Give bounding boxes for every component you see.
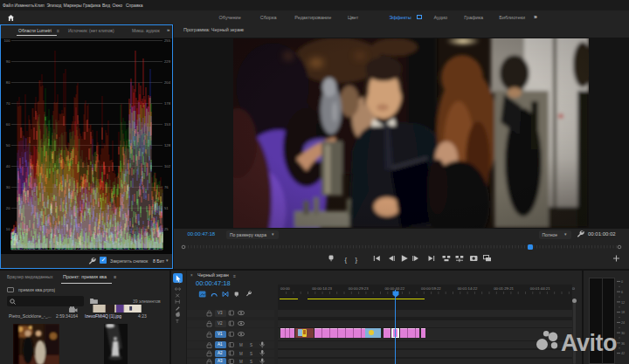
svg-text:M: M xyxy=(239,352,243,356)
svg-text:10: 10 xyxy=(6,227,10,231)
svg-text:76: 76 xyxy=(164,185,169,189)
svg-text:30: 30 xyxy=(6,185,10,189)
svg-text:50: 50 xyxy=(6,143,10,148)
svg-text:18: 18 xyxy=(621,311,625,314)
svg-text:T: T xyxy=(176,319,179,324)
svg-text:00:00: 00:00 xyxy=(280,286,290,291)
svg-text:40: 40 xyxy=(6,164,10,168)
svg-text:00:00:59:22: 00:00:59:22 xyxy=(421,286,441,291)
svg-text:128: 128 xyxy=(164,143,171,148)
svg-text:00:01:: 00:01: xyxy=(572,286,575,291)
svg-text:S: S xyxy=(250,343,252,347)
svg-text:25: 25 xyxy=(164,227,169,231)
svg-text:20: 20 xyxy=(6,206,10,210)
svg-text:00:00:29:23: 00:00:29:23 xyxy=(349,286,369,291)
svg-text:S: S xyxy=(250,360,252,364)
svg-text:80: 80 xyxy=(6,80,10,85)
svg-text:102: 102 xyxy=(164,164,171,168)
svg-text:178: 178 xyxy=(164,101,171,106)
svg-text:204: 204 xyxy=(164,80,171,85)
svg-text:51: 51 xyxy=(164,206,169,210)
svg-text:M: M xyxy=(239,343,243,347)
svg-text:153: 153 xyxy=(164,122,171,127)
svg-text:0: 0 xyxy=(621,280,623,284)
svg-text:6: 6 xyxy=(621,291,623,294)
svg-text:00:01:44:21: 00:01:44:21 xyxy=(530,286,550,291)
svg-text:00:01:14:22: 00:01:14:22 xyxy=(458,286,478,291)
svg-text:}: } xyxy=(356,256,358,264)
svg-text:60: 60 xyxy=(6,122,10,127)
svg-text:{: { xyxy=(345,256,348,264)
svg-text:12: 12 xyxy=(621,301,625,305)
svg-text:100: 100 xyxy=(4,38,11,43)
svg-text:M: M xyxy=(239,360,243,364)
svg-text:255: 255 xyxy=(164,38,171,43)
svg-text:70: 70 xyxy=(6,101,10,106)
svg-text:90: 90 xyxy=(6,59,10,64)
svg-text:S: S xyxy=(250,352,252,356)
svg-text:00:01:29:21: 00:01:29:21 xyxy=(494,286,514,291)
svg-text:00:00:14:23: 00:00:14:23 xyxy=(312,286,332,291)
svg-text:229: 229 xyxy=(164,59,171,64)
svg-text:Avito: Avito xyxy=(561,330,617,356)
